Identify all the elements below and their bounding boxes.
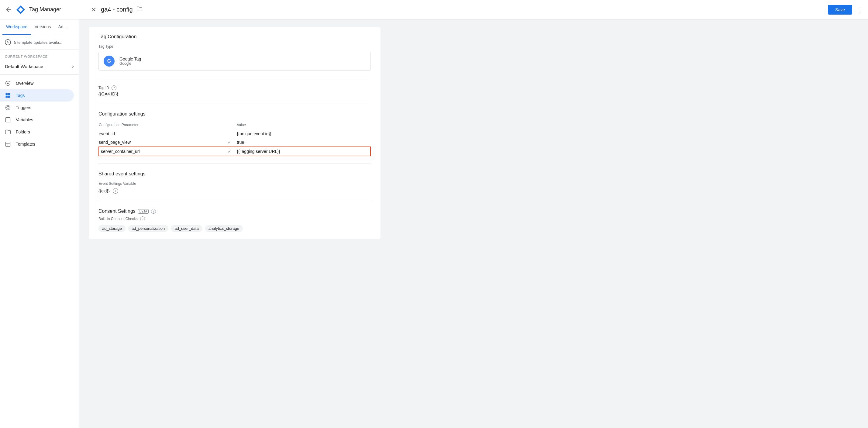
config-row-send-page-view: send_page_view ✓ true (99, 138, 370, 147)
sidebar-item-variables[interactable]: Variables (0, 114, 74, 126)
consent-chip-ad-personalization: ad_personalization (128, 225, 168, 232)
tab-admin[interactable]: Ad... (54, 20, 70, 35)
svg-point-3 (7, 83, 9, 84)
top-bar-center: ✕ ga4 - config (84, 6, 828, 13)
sidebar: Workspace Versions Ad... ↻ 5 template up… (0, 20, 79, 428)
consent-help-icon[interactable]: ? (151, 209, 156, 214)
sidebar-item-overview[interactable]: Overview (0, 77, 74, 89)
updates-text: 5 template updates availa... (14, 40, 62, 45)
sidebar-item-tags[interactable]: Tags (0, 89, 74, 101)
tag-id-help-icon[interactable]: ? (112, 85, 116, 90)
sidebar-item-label-overview: Overview (16, 81, 33, 86)
config-check-server-container-url: ✓ (225, 147, 237, 156)
tag-type-box[interactable]: G Google Tag Google (98, 52, 371, 70)
tag-id-value: {{GA4 ID}} (98, 91, 371, 96)
tags-icon (5, 92, 11, 98)
top-bar: Tag Manager ✕ ga4 - config Save ⋮ (0, 0, 868, 20)
sidebar-item-label-variables: Variables (16, 117, 33, 122)
nav-items: Overview Tags (0, 75, 79, 153)
consent-chip-analytics-storage: analytics_storage (205, 225, 243, 232)
divider-1 (98, 78, 371, 78)
folders-icon (5, 129, 11, 135)
tag-configuration-title: Tag Configuration (98, 34, 371, 39)
config-param-server-container-url: server_container_url (99, 147, 225, 156)
sidebar-item-label-folders: Folders (16, 129, 30, 134)
consent-title: Consent Settings (98, 209, 135, 214)
top-bar-right: Save ⋮ (828, 5, 863, 14)
sidebar-item-triggers[interactable]: Triggers (0, 101, 74, 114)
config-value-server-container-url: {{Tagging server URL}} (237, 147, 370, 156)
shared-event-title: Shared event settings (98, 171, 371, 177)
config-row-event-id: event_id {{unique event id}} (99, 129, 370, 138)
divider-3 (98, 163, 371, 164)
save-button[interactable]: Save (828, 5, 852, 14)
config-value-event-id: {{unique event id}} (237, 129, 370, 138)
tag-type-name: Google Tag (119, 57, 141, 61)
panel: Tag Configuration Tag Type G Google Tag … (89, 27, 380, 239)
event-var-row: {{cid}} i (98, 188, 371, 194)
divider-4 (98, 201, 371, 201)
svg-rect-7 (8, 96, 10, 98)
main-layout: Workspace Versions Ad... ↻ 5 template up… (0, 20, 868, 428)
config-table: Configuration Parameter Value event_id {… (98, 122, 371, 156)
config-param-event-id: event_id (99, 129, 225, 138)
current-workspace-label: CURRENT WORKSPACE (0, 50, 79, 61)
built-in-help-icon[interactable]: ? (140, 216, 145, 221)
update-icon: ↻ (5, 39, 11, 45)
config-check-event-id (225, 129, 237, 138)
col-check-header (225, 122, 237, 129)
consent-chip-ad-user-data: ad_user_data (171, 225, 203, 232)
sidebar-item-label-tags: Tags (16, 93, 25, 98)
tag-type-info: Google Tag Google (119, 57, 141, 66)
event-var-value: {{cid}} (98, 188, 110, 193)
sidebar-tabs: Workspace Versions Ad... (0, 20, 79, 35)
col-value-header: Value (237, 122, 370, 129)
config-param-send-page-view: send_page_view (99, 138, 225, 147)
close-icon[interactable]: ✕ (90, 6, 97, 13)
content-area: Tag Configuration Tag Type G Google Tag … (79, 20, 868, 428)
tab-workspace[interactable]: Workspace (2, 20, 31, 35)
col-param-header: Configuration Parameter (99, 122, 225, 129)
variables-icon (5, 117, 11, 123)
config-row-server-container-url: server_container_url ✓ {{Tagging server … (99, 147, 370, 156)
built-in-label: Built-In Consent Checks (98, 217, 138, 221)
event-settings-label: Event Settings Variable (98, 181, 371, 186)
config-value-send-page-view: true (237, 138, 370, 147)
sidebar-updates: ↻ 5 template updates availa... (0, 35, 79, 50)
svg-rect-4 (6, 93, 8, 95)
consent-chip-ad-storage: ad_storage (98, 225, 126, 232)
config-settings-title: Configuration settings (98, 111, 371, 117)
config-check-send-page-view: ✓ (225, 138, 237, 147)
workspace-name[interactable]: Default Workspace › (0, 61, 79, 75)
templates-icon (5, 141, 11, 147)
tag-id-row: Tag ID ? (98, 85, 371, 90)
logo-diamond (16, 5, 26, 14)
triggers-icon (5, 104, 11, 111)
tab-versions[interactable]: Versions (31, 20, 55, 35)
event-settings-info-icon[interactable]: i (113, 188, 118, 194)
sidebar-item-templates[interactable]: Templates (0, 138, 74, 150)
more-icon[interactable]: ⋮ (857, 6, 863, 13)
svg-point-8 (6, 105, 10, 110)
beta-badge: BETA (138, 209, 149, 214)
svg-rect-5 (8, 93, 10, 95)
chevron-right-icon: › (72, 63, 74, 70)
sidebar-item-label-triggers: Triggers (16, 105, 31, 110)
folder-icon (136, 6, 143, 13)
svg-point-9 (7, 106, 9, 109)
sidebar-item-folders[interactable]: Folders (0, 126, 74, 138)
svg-rect-6 (6, 96, 8, 98)
consent-title-row: Consent Settings BETA ? (98, 209, 371, 214)
built-in-row: Built-In Consent Checks ? (98, 216, 371, 221)
tag-type-label: Tag Type (98, 44, 371, 49)
svg-rect-10 (6, 118, 10, 122)
tag-type-vendor: Google (119, 61, 141, 66)
top-bar-left: Tag Manager (5, 5, 84, 14)
google-tag-icon: G (104, 56, 115, 67)
tag-id-label: Tag ID (98, 86, 109, 90)
overview-icon (5, 80, 11, 86)
tag-name: ga4 - config (101, 6, 133, 13)
app-title: Tag Manager (29, 6, 61, 13)
back-icon[interactable] (5, 6, 12, 13)
sidebar-item-label-templates: Templates (16, 142, 35, 147)
